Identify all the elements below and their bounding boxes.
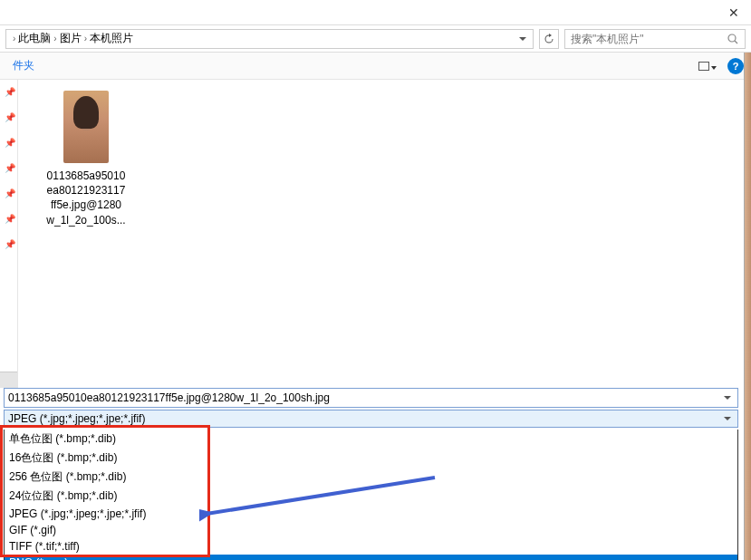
filetype-option[interactable]: PNG (*.png) — [5, 555, 737, 560]
chevron-right-icon: › — [13, 34, 15, 43]
refresh-button[interactable] — [539, 29, 559, 49]
pin-icon: 📌 — [5, 188, 14, 198]
filetype-option[interactable]: TIFF (*.tif;*.tiff) — [5, 538, 737, 555]
pin-icon: 📌 — [5, 163, 14, 172]
filetype-option[interactable]: 24位位图 (*.bmp;*.dib) — [5, 487, 737, 506]
chevron-right-icon: › — [84, 34, 87, 43]
breadcrumb-item[interactable]: 此电脑 — [18, 31, 51, 46]
filetype-selected: JPEG (*.jpg;*.jpeg;*.jpe;*.jfif) — [8, 412, 721, 425]
filetype-option[interactable]: 单色位图 (*.bmp;*.dib) — [5, 430, 737, 449]
chevron-down-icon — [711, 60, 717, 72]
breadcrumb-dropdown[interactable] — [516, 30, 529, 48]
filetype-option[interactable]: 16色位图 (*.bmp;*.dib) — [5, 449, 737, 468]
title-bar — [0, 0, 751, 25]
pin-icon: 📌 — [5, 87, 14, 96]
chevron-right-icon: › — [53, 34, 56, 43]
view-icon — [698, 62, 709, 71]
refresh-icon — [544, 34, 554, 44]
breadcrumb[interactable]: › 此电脑 › 图片 › 本机照片 — [5, 29, 534, 49]
svg-point-0 — [728, 34, 736, 42]
bottom-section: JPEG (*.jpg;*.jpeg;*.jpe;*.jfif) 单色位图 (*… — [0, 386, 742, 560]
filetype-dropdown-list[interactable]: 单色位图 (*.bmp;*.dib)16色位图 (*.bmp;*.dib)256… — [4, 430, 738, 560]
breadcrumb-item[interactable]: 图片 — [60, 31, 82, 46]
new-folder-button[interactable]: 件夹 — [7, 54, 40, 77]
view-mode-button[interactable] — [698, 60, 717, 72]
toolbar: 件夹 ? — [0, 53, 751, 80]
pin-icon: 📌 — [5, 112, 14, 121]
filename-dropdown-button[interactable] — [721, 396, 734, 400]
breadcrumb-row: › 此电脑 › 图片 › 本机照片 — [0, 25, 751, 53]
content-area: 📌 📌 📌 📌 📌 📌 📌 0113685a95010 ea8012192311… — [0, 80, 751, 388]
svg-line-1 — [735, 41, 737, 43]
help-button[interactable]: ? — [727, 58, 744, 74]
search-input[interactable] — [571, 33, 727, 45]
breadcrumb-item[interactable]: 本机照片 — [90, 31, 133, 46]
filename-field[interactable] — [4, 388, 738, 408]
filetype-option[interactable]: GIF (*.gif) — [5, 522, 737, 538]
search-box[interactable] — [564, 29, 746, 49]
pin-icon: 📌 — [5, 239, 14, 248]
filetype-option[interactable]: JPEG (*.jpg;*.jpeg;*.jpe;*.jfif) — [5, 506, 737, 522]
file-thumbnail — [63, 91, 109, 163]
filetype-dropdown-button[interactable] — [721, 417, 734, 420]
filetype-option[interactable]: 256 色位图 (*.bmp;*.dib) — [5, 468, 737, 487]
sidebar: 📌 📌 📌 📌 📌 📌 📌 — [0, 80, 18, 388]
filetype-field[interactable]: JPEG (*.jpg;*.jpeg;*.jpe;*.jfif) — [4, 410, 738, 428]
search-icon — [727, 33, 739, 45]
right-edge-decoration — [744, 53, 751, 560]
close-button[interactable] — [727, 6, 740, 19]
filename-input[interactable] — [8, 391, 721, 404]
file-list[interactable]: 0113685a95010 ea80121923117 ff5e.jpg@128… — [18, 80, 751, 388]
pin-icon: 📌 — [5, 214, 14, 223]
file-item[interactable]: 0113685a95010 ea80121923117 ff5e.jpg@128… — [36, 91, 136, 227]
pin-icon: 📌 — [5, 138, 14, 147]
file-name: 0113685a95010 ea80121923117 ff5e.jpg@128… — [36, 169, 136, 227]
